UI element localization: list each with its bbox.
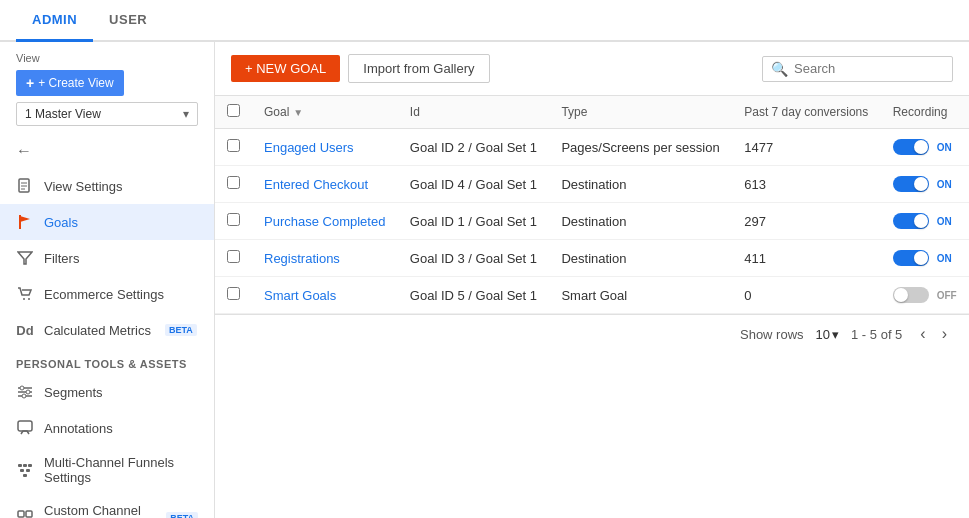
dd-icon: Dd — [16, 321, 34, 339]
goal-id-1: Goal ID 4 / Goal Set 1 — [398, 166, 550, 203]
svg-rect-20 — [23, 474, 27, 477]
toggle-label-4: OFF — [937, 290, 957, 301]
pagination-info: 1 - 5 of 5 — [851, 327, 902, 342]
sidebar-item-view-settings[interactable]: View Settings — [0, 168, 214, 204]
view-label: View — [16, 52, 198, 64]
toggle-label-3: ON — [937, 253, 952, 264]
svg-rect-19 — [26, 469, 30, 472]
goal-type-1: Destination — [549, 166, 732, 203]
tab-user[interactable]: USER — [93, 0, 163, 42]
table-row: Engaged Users Goal ID 2 / Goal Set 1 Pag… — [215, 129, 969, 166]
sidebar-item-multi-channel[interactable]: Multi-Channel Funnels Settings — [0, 446, 214, 494]
table-row: Entered Checkout Goal ID 4 / Goal Set 1 … — [215, 166, 969, 203]
goal-link-4[interactable]: Smart Goals — [264, 288, 336, 303]
goals-label: Goals — [44, 215, 78, 230]
create-view-button[interactable]: + + Create View — [16, 70, 124, 96]
goal-link-2[interactable]: Purchase Completed — [264, 214, 385, 229]
ecommerce-label: Ecommerce Settings — [44, 287, 164, 302]
main-toolbar: + NEW GOAL Import from Gallery 🔍 — [215, 42, 969, 96]
flag-icon — [16, 213, 34, 231]
goal-id-2: Goal ID 1 / Goal Set 1 — [398, 203, 550, 240]
svg-rect-22 — [26, 511, 32, 517]
goal-link-1[interactable]: Entered Checkout — [264, 177, 368, 192]
create-view-label: + Create View — [38, 76, 114, 90]
table-row: Smart Goals Goal ID 5 / Goal Set 1 Smart… — [215, 277, 969, 314]
svg-marker-5 — [18, 252, 32, 264]
annotations-label: Annotations — [44, 421, 113, 436]
view-settings-label: View Settings — [44, 179, 123, 194]
sidebar-item-calculated-metrics[interactable]: Dd Calculated Metrics BETA — [0, 312, 214, 348]
search-box: 🔍 — [762, 56, 953, 82]
conversions-column-header: Past 7 day conversions — [732, 96, 881, 129]
sidebar-item-ecommerce[interactable]: Ecommerce Settings — [0, 276, 214, 312]
custom-channel-label: Custom Channel Grouping — [44, 503, 152, 518]
sidebar-item-segments[interactable]: Segments — [0, 374, 214, 410]
goal-link-3[interactable]: Registrations — [264, 251, 340, 266]
recording-column-header: Recording — [881, 96, 969, 129]
toggle-2[interactable]: ON — [893, 213, 957, 229]
view-dropdown[interactable]: 1 Master View ▾ — [16, 102, 198, 126]
toggle-4[interactable]: OFF — [893, 287, 957, 303]
toggle-3[interactable]: ON — [893, 250, 957, 266]
back-arrow-icon: ← — [16, 142, 32, 160]
goals-table: Goal ▼ Id Type Past 7 day conversions Re… — [215, 96, 969, 314]
next-page-button[interactable]: › — [936, 323, 953, 345]
goal-type-3: Destination — [549, 240, 732, 277]
toggle-0[interactable]: ON — [893, 139, 957, 155]
svg-rect-18 — [20, 469, 24, 472]
personal-tools-title: PERSONAL TOOLS & ASSETS — [0, 348, 214, 374]
rows-dropdown[interactable]: 10 ▾ — [816, 327, 839, 342]
goal-conversions-4: 0 — [732, 277, 881, 314]
sidebar-item-goals[interactable]: Goals — [0, 204, 214, 240]
back-button[interactable]: ← — [0, 134, 214, 168]
id-column-header: Id — [398, 96, 550, 129]
table-row: Purchase Completed Goal ID 1 / Goal Set … — [215, 203, 969, 240]
new-goal-button[interactable]: + NEW GOAL — [231, 55, 340, 82]
prev-page-button[interactable]: ‹ — [914, 323, 931, 345]
goal-id-3: Goal ID 3 / Goal Set 1 — [398, 240, 550, 277]
goal-type-0: Pages/Screens per session — [549, 129, 732, 166]
svg-rect-21 — [18, 511, 24, 517]
page-icon — [16, 177, 34, 195]
svg-rect-17 — [28, 464, 32, 467]
calculated-metrics-label: Calculated Metrics — [44, 323, 151, 338]
sort-icon[interactable]: ▼ — [293, 107, 303, 118]
plus-icon: + — [26, 75, 34, 91]
toggle-label-2: ON — [937, 216, 952, 227]
channel-icon — [16, 509, 34, 518]
svg-point-6 — [23, 298, 25, 300]
tab-admin[interactable]: ADMIN — [16, 0, 93, 42]
sidebar-item-filters[interactable]: Filters — [0, 240, 214, 276]
search-input[interactable] — [794, 61, 944, 76]
svg-point-11 — [20, 386, 24, 390]
filter-icon — [16, 249, 34, 267]
search-icon: 🔍 — [771, 61, 788, 77]
rows-per-page-value: 10 — [816, 327, 830, 342]
goal-link-0[interactable]: Engaged Users — [264, 140, 354, 155]
beta-badge: BETA — [165, 324, 197, 336]
toggle-1[interactable]: ON — [893, 176, 957, 192]
toggle-label-0: ON — [937, 142, 952, 153]
svg-rect-15 — [18, 464, 22, 467]
row-checkbox-0[interactable] — [227, 139, 240, 152]
select-all-checkbox[interactable] — [227, 104, 240, 117]
annotations-icon — [16, 419, 34, 437]
row-checkbox-2[interactable] — [227, 213, 240, 226]
toggle-label-1: ON — [937, 179, 952, 190]
goal-type-4: Smart Goal — [549, 277, 732, 314]
sidebar-item-custom-channel[interactable]: Custom Channel Grouping BETA — [0, 494, 214, 518]
row-checkbox-4[interactable] — [227, 287, 240, 300]
svg-point-13 — [22, 394, 26, 398]
row-checkbox-3[interactable] — [227, 250, 240, 263]
funnel-icon — [16, 461, 34, 479]
row-checkbox-1[interactable] — [227, 176, 240, 189]
goal-column-header: Goal — [264, 105, 289, 119]
show-rows-label: Show rows — [740, 327, 804, 342]
table-row: Registrations Goal ID 3 / Goal Set 1 Des… — [215, 240, 969, 277]
goal-conversions-2: 297 — [732, 203, 881, 240]
rows-chevron-icon: ▾ — [832, 327, 839, 342]
import-gallery-button[interactable]: Import from Gallery — [348, 54, 489, 83]
svg-rect-16 — [23, 464, 27, 467]
goal-conversions-1: 613 — [732, 166, 881, 203]
sidebar-item-annotations[interactable]: Annotations — [0, 410, 214, 446]
